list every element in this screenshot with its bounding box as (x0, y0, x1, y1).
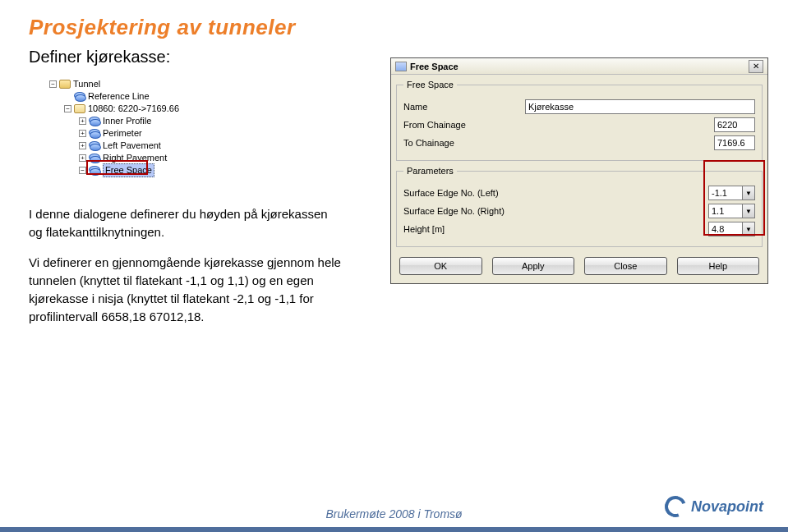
tree-item-tunnel[interactable]: − Tunnel (49, 78, 179, 90)
tree-label: Right Pavement (103, 152, 167, 164)
group-parameters: Parameters Surface Edge No. (Left) ▼ Sur… (396, 166, 763, 247)
tree-item-reference-line[interactable]: Reference Line (49, 90, 179, 103)
tree-item-inner-profile[interactable]: + Inner Profile (49, 115, 179, 127)
brand-name: Novapoint (691, 498, 763, 516)
apply-button[interactable]: Apply (492, 257, 575, 275)
surface-edge-left-input[interactable] (708, 186, 743, 200)
tree-label: Left Pavement (103, 140, 161, 152)
name-input[interactable] (525, 99, 755, 114)
group-legend: Free Space (403, 80, 457, 89)
close-button[interactable]: ✕ (749, 60, 763, 73)
expand-icon[interactable]: + (79, 142, 86, 149)
tree-label: Reference Line (88, 90, 150, 103)
close-button-bottom[interactable]: Close (584, 257, 667, 275)
layer-icon (89, 154, 100, 163)
height-input[interactable] (708, 222, 743, 236)
group-legend: Parameters (403, 166, 457, 176)
brand-logo: Novapoint (665, 496, 763, 517)
window-icon (395, 62, 407, 71)
footer-bar (0, 527, 788, 532)
footer-text: Brukermøte 2008 i Tromsø (325, 507, 462, 521)
layer-icon (89, 129, 100, 138)
tree-label: Perimeter (103, 127, 142, 140)
folder-open-icon (74, 104, 85, 113)
folder-icon (59, 80, 71, 89)
label-surface-edge-right: Surface Edge No. (Right) (403, 206, 568, 216)
collapse-icon[interactable]: − (49, 80, 57, 88)
dropdown-button[interactable]: ▼ (743, 204, 755, 218)
tree-label-selected: Free Space (103, 163, 154, 177)
paragraph: I denne dialogene definerer du høyden på… (29, 205, 341, 241)
expand-icon[interactable]: + (79, 130, 86, 137)
label-from-chainage: From Chainage (403, 120, 510, 130)
dialog-title-text: Free Space (410, 62, 459, 71)
expand-icon[interactable]: + (79, 117, 86, 125)
free-space-dialog: Free Space ✕ Free Space Name From Chaina… (390, 57, 768, 284)
tree-item-left-pavement[interactable]: + Left Pavement (49, 140, 179, 152)
chevron-down-icon: ▼ (745, 190, 752, 197)
expand-icon[interactable]: + (79, 154, 86, 162)
page-title: Prosjektering av tunneler (29, 15, 296, 40)
layer-icon (89, 141, 100, 150)
tree-label: Inner Profile (103, 115, 151, 127)
paragraph: Vi definerer en gjennomgående kjørekasse… (29, 254, 341, 326)
close-icon: ✕ (753, 62, 759, 71)
section-heading: Definer kjørekasse: (29, 48, 170, 66)
group-free-space: Free Space Name From Chainage To Chainag… (396, 80, 763, 161)
tree-item-chainage-range[interactable]: − 10860: 6220->7169.66 (49, 103, 179, 115)
chevron-down-icon: ▼ (745, 226, 752, 233)
from-chainage-input[interactable] (714, 117, 755, 132)
ok-button[interactable]: OK (399, 257, 482, 275)
project-tree[interactable]: − Tunnel Reference Line − 10860: 6220->7… (49, 78, 179, 177)
chevron-down-icon: ▼ (745, 208, 752, 215)
label-name: Name (403, 102, 510, 112)
layer-icon (74, 92, 85, 101)
help-button[interactable]: Help (677, 257, 760, 275)
layer-icon (89, 166, 100, 175)
to-chainage-input[interactable] (714, 135, 755, 150)
explanatory-text: I denne dialogene definerer du høyden på… (29, 193, 341, 338)
surface-edge-right-input[interactable] (708, 204, 743, 218)
collapse-icon[interactable]: − (64, 105, 71, 112)
dialog-titlebar[interactable]: Free Space ✕ (391, 58, 767, 75)
tree-item-perimeter[interactable]: + Perimeter (49, 127, 179, 140)
layer-icon (89, 117, 100, 126)
label-height: Height [m] (403, 224, 568, 234)
logo-icon (661, 493, 690, 521)
button-row: OK Apply Close Help (391, 252, 767, 283)
tree-item-right-pavement[interactable]: + Right Pavement (49, 152, 179, 164)
collapse-icon[interactable]: − (79, 167, 86, 174)
tree-label: 10860: 6220->7169.66 (88, 103, 179, 115)
label-to-chainage: To Chainage (403, 138, 510, 148)
dropdown-button[interactable]: ▼ (743, 186, 755, 200)
label-surface-edge-left: Surface Edge No. (Left) (403, 188, 568, 198)
tree-label: Tunnel (73, 78, 100, 90)
tree-item-free-space[interactable]: − Free Space (49, 164, 179, 177)
dropdown-button[interactable]: ▼ (743, 222, 755, 236)
